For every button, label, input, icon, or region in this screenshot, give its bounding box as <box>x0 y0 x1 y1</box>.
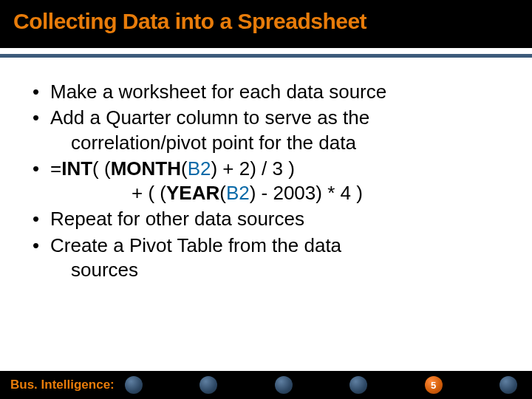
slide: Collecting Data into a Spreadsheet Make … <box>0 0 532 399</box>
formula-cellref: B2 <box>226 182 250 204</box>
footer-dots: 5 <box>115 376 522 394</box>
formula-fn-month: MONTH <box>111 157 181 180</box>
page-number-dot: 5 <box>425 376 443 394</box>
formula-text: = <box>50 157 61 180</box>
formula-text: ) - 2003) * 4 ) <box>250 182 363 204</box>
formula-fn-year: YEAR <box>166 182 219 204</box>
bullet-list: Make a worksheet for each data source Ad… <box>30 80 502 282</box>
nav-dot <box>349 376 367 394</box>
bullet-text: Create a Pivot Table from the data <box>50 234 341 256</box>
formula-text: ( <box>181 157 188 180</box>
page-number: 5 <box>431 380 436 391</box>
formula-text: ) + 2) / 3 ) <box>211 157 294 180</box>
nav-dot <box>125 376 143 394</box>
slide-title: Collecting Data into a Spreadsheet <box>13 9 519 34</box>
bullet-item: Repeat for other data sources <box>30 207 502 231</box>
bullet-item: Make a worksheet for each data source <box>30 80 502 104</box>
bullet-text: Repeat for other data sources <box>50 208 304 230</box>
bullet-item: =INT( (MONTH(B2) + 2) / 3 ) + ( (YEAR(B2… <box>30 157 502 206</box>
formula-fn-int: INT <box>61 157 92 180</box>
bullet-text: Make a worksheet for each data source <box>50 81 386 103</box>
formula-text: ( ( <box>92 157 111 180</box>
formula-text: + ( ( <box>132 182 166 204</box>
slide-content: Make a worksheet for each data source Ad… <box>0 58 532 282</box>
formula-line-1: =INT( (MONTH(B2) + 2) / 3 ) <box>50 157 295 180</box>
bullet-continuation: sources <box>50 258 502 282</box>
nav-dot <box>499 376 517 394</box>
formula-cellref: B2 <box>188 157 211 180</box>
slide-header: Collecting Data into a Spreadsheet <box>0 0 532 48</box>
footer-label: Bus. Intelligence: <box>10 378 115 392</box>
formula-text: ( <box>219 182 226 204</box>
bullet-continuation: correlation/pivot point for the data <box>50 131 502 155</box>
nav-dot <box>275 376 293 394</box>
bullet-item: Add a Quarter column to serve as the cor… <box>30 106 502 155</box>
formula-line-2: + ( (YEAR(B2) - 2003) * 4 ) <box>50 181 502 205</box>
slide-footer: Bus. Intelligence: 5 <box>0 371 532 399</box>
nav-dot <box>200 376 217 394</box>
bullet-item: Create a Pivot Table from the data sourc… <box>30 233 502 283</box>
bullet-text: Add a Quarter column to serve as the <box>50 106 369 129</box>
